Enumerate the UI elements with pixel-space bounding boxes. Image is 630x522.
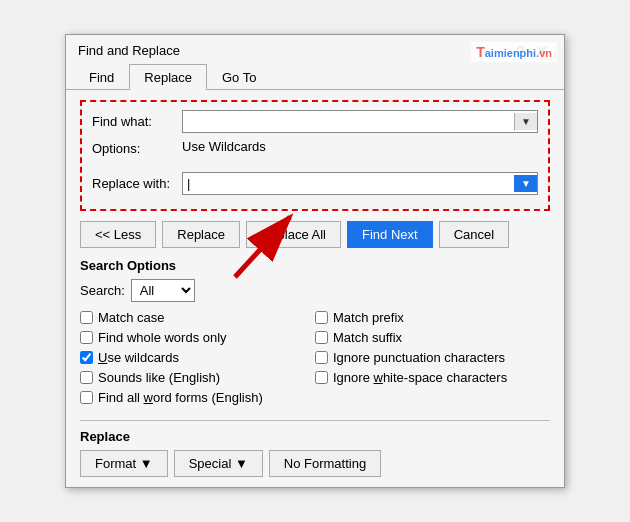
find-what-dropdown[interactable]: ▼ [514, 113, 537, 130]
fields-dashed-box: Find what: ▼ Options: Use Wildcards Repl… [80, 100, 550, 211]
sounds-like-label: Sounds like (English) [98, 370, 220, 385]
action-buttons: << Less Replace Replace All Find Next Ca… [80, 221, 550, 248]
tab-find[interactable]: Find [74, 64, 129, 90]
format-button[interactable]: Format ▼ [80, 450, 168, 477]
match-suffix-label: Match suffix [333, 330, 402, 345]
search-label: Search: [80, 283, 125, 298]
match-prefix-label: Match prefix [333, 310, 404, 325]
options-row: Options: Use Wildcards [92, 139, 538, 158]
option-wildcards: Use wildcards [80, 350, 315, 365]
option-word-forms: Find all word forms (English) [80, 390, 315, 405]
ignore-whitespace-checkbox[interactable] [315, 371, 328, 384]
option-ignore-whitespace: Ignore white-space characters [315, 370, 550, 385]
search-row: Search: All Up Down [80, 279, 550, 302]
option-ignore-punct: Ignore punctuation characters [315, 350, 550, 365]
word-forms-checkbox[interactable] [80, 391, 93, 404]
find-what-input[interactable] [183, 111, 514, 132]
option-match-case: Match case [80, 310, 315, 325]
replace-section-title: Replace [80, 429, 550, 444]
match-suffix-checkbox[interactable] [315, 331, 328, 344]
whole-words-label: Find whole words only [98, 330, 227, 345]
find-what-row: Find what: ▼ [92, 110, 538, 133]
replace-with-input-wrap: ▼ [182, 172, 538, 195]
options-col-left: Match case Find whole words only Use wil… [80, 310, 315, 410]
word-forms-label: Find all word forms (English) [98, 390, 263, 405]
options-value: Use Wildcards [182, 139, 266, 154]
special-button[interactable]: Special ▼ [174, 450, 263, 477]
option-match-prefix: Match prefix [315, 310, 550, 325]
option-match-suffix: Match suffix [315, 330, 550, 345]
section-divider [80, 420, 550, 421]
find-what-input-wrap: ▼ [182, 110, 538, 133]
options-grid: Match case Find whole words only Use wil… [80, 310, 550, 410]
replace-with-label: Replace with: [92, 176, 182, 191]
no-formatting-button[interactable]: No Formatting [269, 450, 381, 477]
match-prefix-checkbox[interactable] [315, 311, 328, 324]
match-case-checkbox[interactable] [80, 311, 93, 324]
option-sounds-like: Sounds like (English) [80, 370, 315, 385]
format-buttons-row: Format ▼ Special ▼ No Formatting [80, 450, 550, 477]
find-next-button[interactable]: Find Next [347, 221, 433, 248]
search-select[interactable]: All Up Down [131, 279, 195, 302]
replace-with-input[interactable] [183, 173, 514, 194]
replace-all-button[interactable]: Replace All [246, 221, 341, 248]
replace-button[interactable]: Replace [162, 221, 240, 248]
watermark: Taimienphi.vn [471, 42, 557, 62]
option-whole-words: Find whole words only [80, 330, 315, 345]
wildcards-checkbox[interactable] [80, 351, 93, 364]
tab-goto[interactable]: Go To [207, 64, 271, 90]
options-col-right: Match prefix Match suffix Ignore punctua… [315, 310, 550, 410]
less-button[interactable]: << Less [80, 221, 156, 248]
whole-words-checkbox[interactable] [80, 331, 93, 344]
match-case-label: Match case [98, 310, 164, 325]
replace-with-dropdown[interactable]: ▼ [514, 175, 537, 192]
find-what-label: Find what: [92, 114, 182, 129]
dialog-title: Find and Replace [78, 43, 180, 58]
ignore-punct-checkbox[interactable] [315, 351, 328, 364]
tab-replace[interactable]: Replace [129, 64, 207, 90]
search-options-title: Search Options [80, 258, 550, 273]
cancel-button[interactable]: Cancel [439, 221, 509, 248]
ignore-whitespace-label: Ignore white-space characters [333, 370, 507, 385]
tabs-row: Find Replace Go To [66, 64, 564, 90]
options-label: Options: [92, 141, 182, 156]
content-area: Find what: ▼ Options: Use Wildcards Repl… [66, 90, 564, 487]
sounds-like-checkbox[interactable] [80, 371, 93, 384]
ignore-punct-label: Ignore punctuation characters [333, 350, 505, 365]
wildcards-label: Use wildcards [98, 350, 179, 365]
replace-with-row: Replace with: ▼ [92, 172, 538, 195]
